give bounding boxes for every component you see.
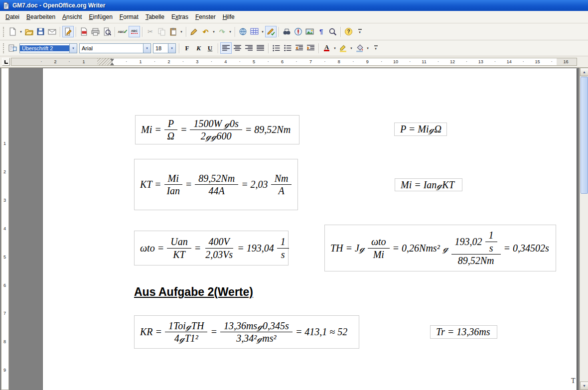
font-color-dropdown[interactable]: ▾ xyxy=(332,42,337,54)
standard-toolbar: ▾ xyxy=(0,23,588,40)
formula-frame-th[interactable]: TH = JℊωtoMi= 0,26Nms²ℊ193,021s89,52Nm= … xyxy=(324,225,556,271)
paragraph-style-dropdown[interactable]: ▾ xyxy=(69,44,77,53)
export-pdf-button[interactable] xyxy=(78,26,90,37)
menu-bearbeiten[interactable]: Bearbeiten xyxy=(23,12,59,22)
format-paintbrush-button[interactable] xyxy=(188,26,200,37)
styles-window-button[interactable] xyxy=(7,42,18,54)
align-right-button[interactable] xyxy=(243,42,255,54)
navigator-button[interactable] xyxy=(293,26,304,37)
scroll-down-button[interactable]: ▼ xyxy=(580,382,588,390)
underline-button[interactable]: U xyxy=(204,42,216,54)
menu-tabelle[interactable]: Tabelle xyxy=(142,12,168,22)
document-page[interactable]: Mi =PΩ=1500W ℊ0s2ℊℊ600= 89,52Nm P = MiℊΩ… xyxy=(42,68,577,390)
formula-text: A xyxy=(278,185,284,196)
background-color-dropdown[interactable]: ▾ xyxy=(365,42,370,54)
paste-dropdown[interactable]: ▾ xyxy=(179,26,184,37)
save-button[interactable] xyxy=(35,26,46,37)
formula-text: 1 xyxy=(489,230,494,241)
formula-frame-p[interactable]: P = MiℊΩ xyxy=(394,123,447,136)
paint-bucket-icon xyxy=(355,44,364,52)
formatting-toolbar-overflow-button[interactable]: ▾ xyxy=(372,42,379,54)
page-preview-button[interactable] xyxy=(101,26,113,37)
menu-format[interactable]: Format xyxy=(116,12,142,22)
new-document-dropdown[interactable]: ▾ xyxy=(18,26,23,37)
zoom-button[interactable] xyxy=(327,26,338,37)
edit-file-button[interactable] xyxy=(62,26,74,37)
formula-frame-wto[interactable]: ωto =UanKT=400V2,03Vs= 193,041s xyxy=(134,231,289,265)
new-document-button[interactable] xyxy=(7,26,18,37)
italic-button[interactable]: K xyxy=(193,42,204,54)
print-button[interactable] xyxy=(90,26,101,37)
font-color-button[interactable]: A xyxy=(321,42,332,54)
document-workspace: 123456789 Mi =PΩ=1500W ℊ0s2ℊℊ600= 89,52N… xyxy=(0,68,588,390)
menu-ansicht[interactable]: Ansicht xyxy=(59,12,85,22)
align-center-button[interactable] xyxy=(232,42,243,54)
ruler-tick: · xyxy=(324,59,325,64)
help-button[interactable]: ? xyxy=(343,26,354,37)
menu-datei[interactable]: Datei xyxy=(2,12,23,22)
font-size-combo[interactable]: 18 ▾ xyxy=(153,43,176,53)
document-heading[interactable]: Aus Aufgabe 2(Werte) xyxy=(134,285,253,299)
formula-frame-mi2[interactable]: Mi = IanℊKT xyxy=(395,178,462,191)
fraction: UanKT xyxy=(167,236,191,260)
justify-button[interactable] xyxy=(255,42,266,54)
menu-extras[interactable]: Extras xyxy=(168,12,192,22)
background-color-button[interactable] xyxy=(354,42,365,54)
align-right-icon xyxy=(245,44,253,52)
highlighting-button[interactable] xyxy=(337,42,349,54)
vertical-scrollbar[interactable]: ▲ ▼ xyxy=(580,68,588,390)
draw-functions-button[interactable] xyxy=(265,26,277,37)
first-line-indent-marker[interactable] xyxy=(110,59,114,62)
menu-fenster[interactable]: Fenster xyxy=(192,12,219,22)
redo-arrow-icon: ↷ xyxy=(219,28,225,36)
formula-frame-mi[interactable]: Mi =PΩ=1500W ℊ0s2ℊℊ600= 89,52Nm xyxy=(135,115,299,144)
cut-button[interactable]: ✂ xyxy=(145,26,156,37)
standard-toolbar-overflow-button[interactable]: ▾ xyxy=(356,26,363,37)
toolbar-grip[interactable] xyxy=(3,43,4,53)
spellcheck-button[interactable]: ABC✓ xyxy=(117,26,129,37)
increase-indent-button[interactable] xyxy=(305,42,316,54)
scrollbar-thumb[interactable] xyxy=(581,77,588,194)
insert-table-button[interactable] xyxy=(249,26,260,37)
open-button[interactable] xyxy=(23,26,35,37)
font-name-combo[interactable]: Arial ▾ xyxy=(79,43,151,53)
bold-button[interactable]: F xyxy=(181,42,193,54)
bullets-button[interactable] xyxy=(282,42,294,54)
redo-dropdown[interactable]: ▾ xyxy=(228,26,233,37)
highlighting-dropdown[interactable]: ▾ xyxy=(349,42,354,54)
insert-table-dropdown[interactable]: ▾ xyxy=(260,26,265,37)
horizontal-ruler[interactable]: 2112345678910111213141516···············… xyxy=(11,58,577,66)
undo-button[interactable]: ↶ xyxy=(200,26,211,37)
decrease-indent-button[interactable] xyxy=(294,42,305,54)
ruler-tick: · xyxy=(68,59,70,64)
menu-einfügen[interactable]: Einfügen xyxy=(85,12,116,22)
formula-text: 193,02 xyxy=(455,236,482,247)
formula-frame-kr[interactable]: KR =1ToiℊTH4ℊT1²=13,36msℊ0,345s3,34²ℊms²… xyxy=(134,315,359,349)
undo-dropdown[interactable]: ▾ xyxy=(211,26,216,37)
menu-hilfe[interactable]: Hilfe xyxy=(219,12,238,22)
gallery-button[interactable] xyxy=(304,26,315,37)
scroll-up-button[interactable]: ▲ xyxy=(580,68,588,76)
formula-frame-tr[interactable]: Tr = 13,36ms xyxy=(430,325,497,339)
tab-stop-selector[interactable] xyxy=(2,58,10,66)
formula-frame-kt[interactable]: KT =MiIan=89,52Nm44A= 2,03NmA xyxy=(134,159,298,210)
left-indent-marker[interactable] xyxy=(110,62,114,65)
ruler-tick: · xyxy=(40,59,42,64)
overflow-bar-icon xyxy=(374,45,378,46)
paste-button[interactable] xyxy=(167,26,179,37)
hyperlink-button[interactable] xyxy=(237,26,249,37)
redo-button[interactable]: ↷ xyxy=(216,26,228,37)
auto-spellcheck-button[interactable]: ABC xyxy=(129,26,140,37)
align-left-button[interactable] xyxy=(220,42,232,54)
font-name-dropdown[interactable]: ▾ xyxy=(143,44,150,53)
numbering-button[interactable] xyxy=(271,42,282,54)
paragraph-style-combo[interactable]: Überschrift 2 ▾ xyxy=(19,43,77,53)
font-size-dropdown[interactable]: ▾ xyxy=(168,44,175,53)
undo-arrow-icon: ↶ xyxy=(203,28,209,36)
email-button[interactable] xyxy=(46,26,58,37)
find-replace-button[interactable] xyxy=(281,26,293,37)
nonprinting-characters-button[interactable]: ¶ xyxy=(315,26,327,37)
toolbar-grip[interactable] xyxy=(3,27,4,37)
vertical-ruler[interactable]: 123456789 xyxy=(1,68,9,390)
copy-button[interactable] xyxy=(156,26,167,37)
